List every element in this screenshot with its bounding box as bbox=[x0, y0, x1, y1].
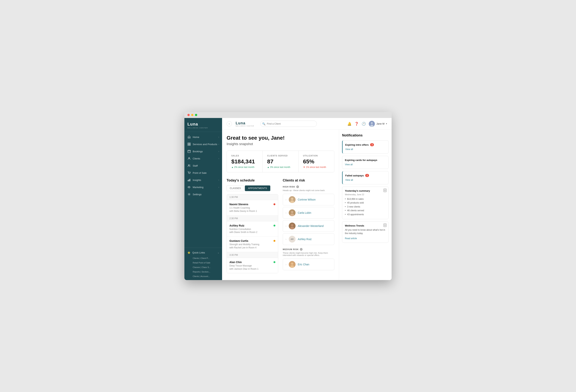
sidebar-item-clients[interactable]: Clients › bbox=[184, 155, 222, 162]
medium-risk-section: MEDIUM RISK i These clients might become… bbox=[283, 248, 334, 270]
svg-point-30 bbox=[291, 263, 293, 265]
notif-summary-title: Yesterday's summary bbox=[345, 189, 386, 192]
quick-link-reports[interactable]: Reports | Section... bbox=[184, 270, 222, 274]
quick-links-header[interactable]: ⭐ Quick Links ⌄ bbox=[184, 249, 222, 256]
notif-view-all-link[interactable]: View all bbox=[345, 163, 353, 166]
sidebar-logo: Luna Wellness Center bbox=[184, 118, 222, 132]
risk-item-ashley-ruiz[interactable]: › AR Ashley Ruiz bbox=[283, 233, 334, 245]
risk-item-corinne[interactable]: › Corinne Wilson bbox=[283, 194, 334, 206]
help-icon[interactable]: ❓ bbox=[354, 122, 359, 126]
svg-rect-3 bbox=[189, 144, 190, 146]
read-article-link[interactable]: Read article bbox=[345, 237, 357, 240]
time-divider-330: 3:30 PM bbox=[227, 252, 278, 258]
sidebar-item-settings[interactable]: Settings bbox=[184, 191, 222, 198]
avatar bbox=[369, 121, 375, 127]
sidebar-item-settings-label: Settings bbox=[193, 193, 202, 196]
history-icon[interactable]: 🕐 bbox=[362, 122, 366, 126]
quick-link-account[interactable]: Clients | Account... bbox=[184, 274, 222, 278]
schedule-item-naomi[interactable]: Naomi Stevens 1:1 Health Coaching with B… bbox=[227, 200, 278, 216]
sidebar-item-pos-label: Point of Sale bbox=[193, 172, 207, 174]
user-dropdown-chevron: ▾ bbox=[386, 122, 387, 125]
grid-icon bbox=[187, 143, 191, 146]
notif-expiring-cards-title: Expiring cards for autopays bbox=[345, 159, 386, 161]
close-button[interactable]: ✕ bbox=[383, 223, 386, 227]
notif-view-all-link[interactable]: View all bbox=[345, 179, 353, 181]
sidebar-nav: Home › Services and Products › bbox=[184, 132, 222, 248]
user-name: Jane M bbox=[376, 122, 384, 125]
svg-point-27 bbox=[291, 224, 293, 226]
quick-links-section: ⭐ Quick Links ⌄ Clients | Client P... Re… bbox=[184, 248, 222, 280]
svg-point-10 bbox=[190, 165, 190, 165]
stat-util-change: ▼ 1% since last month bbox=[303, 166, 330, 169]
schedule-item-gustavo[interactable]: Gustavo Curtis Strength and Mobility Tra… bbox=[227, 237, 278, 252]
stat-sales: SALES $184,341 ▲ 2% since last month bbox=[227, 151, 262, 172]
sidebar-item-pos[interactable]: Point of Sale bbox=[184, 169, 222, 176]
close-button[interactable]: ✕ bbox=[383, 189, 386, 192]
risk-item-carla[interactable]: › Carla Lubin bbox=[283, 207, 334, 219]
collapse-sidebar-button[interactable]: ‹ bbox=[227, 121, 232, 126]
chevron-right-icon: › bbox=[286, 198, 287, 201]
tab-appointments[interactable]: APPOINTMENTS bbox=[245, 185, 270, 191]
chevron-right-icon: › bbox=[219, 136, 219, 138]
wellness-description: All you need to know about what's hot in… bbox=[345, 228, 386, 235]
schedule-list: 1:30 PM Naomi Stevens 1:1 Health Coachin… bbox=[227, 194, 278, 273]
gear-icon bbox=[187, 193, 191, 196]
calendar-icon bbox=[187, 150, 191, 153]
notif-expiring-intro: Expiring intro offers 3 View all bbox=[342, 140, 389, 153]
sidebar-item-marketing[interactable]: Marketing › bbox=[184, 183, 222, 191]
svg-point-16 bbox=[189, 194, 190, 195]
schedule-detail: 1:1 Health Coaching with Bella Davey in … bbox=[230, 206, 273, 213]
user-icon bbox=[187, 157, 191, 160]
header-logo-sub: WELLNESS CENTER bbox=[236, 125, 254, 127]
top-header: ‹ Luna WELLNESS CENTER 🔍 🔔 ❓ 🕐 bbox=[222, 118, 392, 130]
risk-client-name: Carla Lubin bbox=[298, 211, 311, 214]
risk-item-alexander[interactable]: › Alexander Westerland bbox=[283, 220, 334, 232]
main-content: ‹ Luna WELLNESS CENTER 🔍 🔔 ❓ 🕐 bbox=[222, 118, 392, 280]
time-divider-130: 1:30 PM bbox=[227, 194, 278, 200]
svg-point-9 bbox=[188, 165, 189, 166]
schedule-section: Today's schedule CLASSES APPOINTMENTS 1:… bbox=[227, 179, 278, 273]
stat-clients-label: CLIENTS SERVED bbox=[267, 154, 294, 157]
sidebar-item-clients-label: Clients bbox=[193, 157, 200, 160]
quick-link-classes[interactable]: Classes | Class S... bbox=[184, 265, 222, 270]
schedule-info: Gustavo Curtis Strength and Mobility Tra… bbox=[230, 239, 273, 249]
notif-view-all-link[interactable]: View all bbox=[345, 148, 353, 151]
chevron-right-icon: › bbox=[286, 211, 287, 214]
chevron-right-icon: › bbox=[286, 224, 287, 227]
notif-badge: 2 bbox=[365, 174, 369, 177]
search-icon: 🔍 bbox=[262, 122, 265, 125]
sidebar-item-home[interactable]: Home › bbox=[184, 133, 222, 141]
svg-rect-4 bbox=[188, 150, 190, 153]
search-input[interactable] bbox=[260, 121, 317, 127]
quick-link-clients[interactable]: Clients | Client P... bbox=[184, 256, 222, 260]
svg-rect-13 bbox=[188, 180, 188, 181]
svg-rect-0 bbox=[188, 143, 189, 144]
sidebar-item-marketing-label: Marketing bbox=[193, 186, 203, 189]
sidebar-item-services[interactable]: Services and Products › bbox=[184, 141, 222, 148]
svg-point-12 bbox=[190, 174, 190, 174]
schedule-item-alan[interactable]: Alan Chin Deep Tissue Massage with Jacks… bbox=[227, 258, 278, 273]
schedule-detail: Strength and Mobility Training with Rach… bbox=[230, 243, 273, 249]
sidebar: Luna Wellness Center Home › bbox=[184, 118, 222, 280]
notifications-bell-icon[interactable]: 🔔 bbox=[347, 122, 351, 126]
user-menu[interactable]: Jane M ▾ bbox=[369, 121, 387, 127]
risk-info-icon: i bbox=[296, 185, 299, 188]
chevron-right-icon: › bbox=[286, 263, 287, 266]
logo-name: Luna bbox=[187, 122, 219, 127]
sidebar-item-insights[interactable]: Insights › bbox=[184, 176, 222, 183]
quick-link-retail[interactable]: Retail Point of Sale bbox=[184, 260, 222, 265]
chevron-right-icon: › bbox=[219, 143, 219, 145]
content-area: Great to see you, Jane! Insights snapsho… bbox=[222, 130, 392, 280]
bullet-clients-served: 46 clients served bbox=[345, 209, 386, 212]
tab-classes[interactable]: CLASSES bbox=[227, 185, 244, 191]
browser-dot-green bbox=[195, 114, 197, 116]
sidebar-item-bookings[interactable]: Bookings › bbox=[184, 148, 222, 155]
avatar bbox=[289, 261, 295, 268]
sidebar-item-staff[interactable]: Staff bbox=[184, 162, 222, 169]
schedule-item-ashley[interactable]: Ashley Ruiz Nutrition Consultation with … bbox=[227, 221, 278, 237]
schedule-detail: Deep Tissue Massage with Jackson Diaz in… bbox=[230, 264, 273, 271]
svg-point-8 bbox=[189, 157, 190, 158]
risk-item-eric[interactable]: › Eric Chan bbox=[283, 259, 334, 270]
avatar bbox=[289, 209, 295, 216]
risk-client-name: Alexander Westerland bbox=[298, 224, 324, 227]
